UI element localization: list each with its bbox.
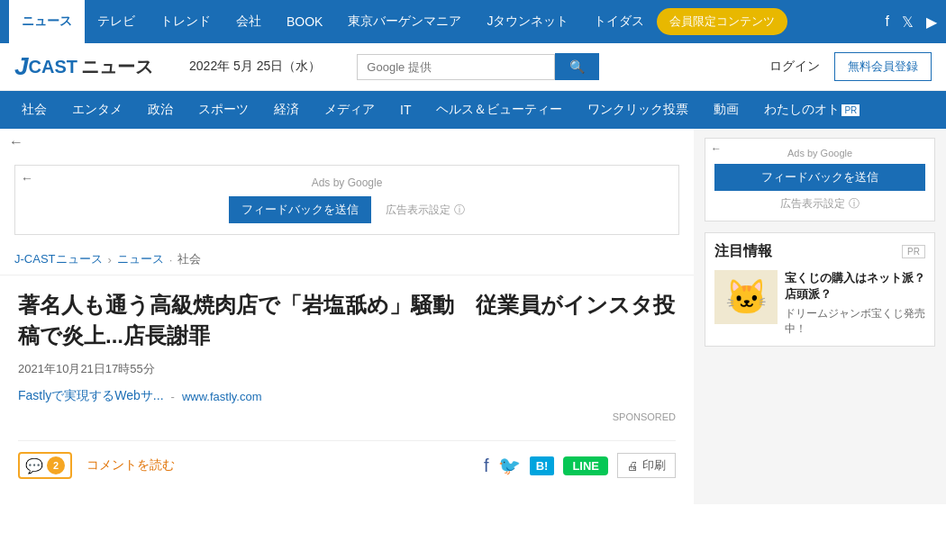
- sidebar: ← Ads by Google フィードバックを送信 広告表示設定 ⓘ 注目情報…: [694, 129, 946, 504]
- second-nav-media[interactable]: メディア: [312, 91, 387, 129]
- breadcrumb-sep-2: ·: [169, 253, 173, 266]
- breadcrumb-home[interactable]: J-CASTニュース: [14, 251, 103, 267]
- print-icon: 🖨: [627, 459, 639, 473]
- top-nav-bargain[interactable]: 東京バーゲンマニア: [335, 0, 474, 43]
- sponsored-link[interactable]: Fastlyで実現するWebサ...: [18, 388, 164, 404]
- sponsored-link-row: Fastlyで実現するWebサ... - www.fastly.com: [18, 388, 676, 404]
- chumoku-sub: ドリームジャンボ宝くじ発売中！: [785, 306, 925, 337]
- chumoku-item[interactable]: 🐱 宝くじの購入はネット派？店頭派？ ドリームジャンボ宝くじ発売中！: [714, 270, 925, 337]
- share-twitter[interactable]: 🐦: [498, 455, 521, 476]
- top-nav-book[interactable]: BOOK: [274, 0, 335, 43]
- share-line[interactable]: LINE: [563, 456, 608, 475]
- search-bar: 🔍: [357, 53, 645, 80]
- header-right: ログイン 無料会員登録: [769, 52, 932, 81]
- chumoku-thumbnail: 🐱: [714, 270, 778, 324]
- logo-cast: CAST: [29, 57, 77, 77]
- second-nav-sports[interactable]: スポーツ: [186, 91, 261, 129]
- search-button[interactable]: 🔍: [555, 53, 599, 80]
- article-date: 2021年10月21日17時55分: [18, 361, 676, 377]
- second-nav: 社会 エンタメ 政治 スポーツ 経済 メディア IT ヘルス＆ビューティー ワン…: [0, 91, 946, 129]
- print-button[interactable]: 🖨 印刷: [617, 453, 676, 478]
- ad-dash: -: [171, 390, 175, 403]
- content-area: ← ← Ads by Google フィードバックを送信 広告表示設定 ⓘ J-…: [0, 129, 694, 504]
- sidebar-ads: ← Ads by Google フィードバックを送信 広告表示設定 ⓘ: [705, 138, 935, 221]
- share-facebook[interactable]: f: [484, 456, 489, 476]
- main-container: ← ← Ads by Google フィードバックを送信 広告表示設定 ⓘ J-…: [0, 129, 946, 504]
- breadcrumb-current: 社会: [177, 251, 201, 267]
- youtube-icon[interactable]: ▶: [926, 14, 937, 31]
- second-nav-society[interactable]: 社会: [9, 91, 59, 129]
- member-btn[interactable]: 会員限定コンテンツ: [657, 8, 787, 35]
- logo[interactable]: J CAST ニュース: [14, 52, 153, 81]
- comment-icon: 💬: [25, 457, 43, 474]
- breadcrumb: J-CASTニュース › ニュース · 社会: [0, 244, 694, 275]
- ads-controls: フィードバックを送信 広告表示設定 ⓘ: [26, 196, 668, 223]
- login-button[interactable]: ログイン: [769, 59, 820, 75]
- ad-url: www.fastly.com: [182, 390, 262, 403]
- facebook-icon[interactable]: f: [886, 14, 889, 30]
- second-nav-health[interactable]: ヘルス＆ビューティー: [423, 91, 575, 129]
- second-nav-vote[interactable]: ワンクリック投票: [575, 91, 701, 129]
- top-nav-jtown[interactable]: Jタウンネット: [474, 0, 581, 43]
- second-nav-it[interactable]: IT: [387, 91, 423, 129]
- maneki-neko-icon: 🐱: [725, 277, 768, 317]
- top-nav-toidas[interactable]: トイダス: [581, 0, 657, 43]
- logo-j: J: [14, 52, 29, 81]
- social-icons: f 𝕏 ▶: [886, 14, 937, 31]
- top-nav-tv[interactable]: テレビ: [85, 0, 148, 43]
- sponsored-label: SPONSORED: [18, 411, 676, 422]
- sidebar-ads-feedback-button[interactable]: フィードバックを送信: [714, 164, 925, 191]
- breadcrumb-news[interactable]: ニュース: [117, 251, 164, 267]
- second-nav-politics[interactable]: 政治: [135, 91, 186, 129]
- header-date: 2022年 5月 25日（水）: [189, 59, 321, 75]
- logo-news-text: ニュース: [81, 55, 153, 79]
- article-title: 著名人も通う高級焼肉店で「岩塩舐め」騒動 従業員がインスタ投稿で炎上...店長謝…: [18, 290, 676, 350]
- ads-area: ← Ads by Google フィードバックを送信 広告表示設定 ⓘ: [14, 165, 679, 235]
- social-share: f 🐦 B! LINE 🖨 印刷: [484, 453, 676, 478]
- sidebar-ads-back[interactable]: ←: [711, 142, 722, 155]
- chumoku-headline: 宝くじの購入はネット派？店頭派？: [785, 270, 925, 303]
- ads-feedback-button[interactable]: フィードバックを送信: [229, 196, 371, 223]
- print-label: 印刷: [642, 457, 666, 474]
- share-hatena[interactable]: B!: [530, 456, 555, 475]
- ads-setting[interactable]: 広告表示設定 ⓘ: [386, 203, 464, 218]
- second-nav-entertainment[interactable]: エンタメ: [59, 91, 135, 129]
- chumoku-header: 注目情報 PR: [714, 242, 925, 261]
- chumoku-section: 注目情報 PR 🐱 宝くじの購入はネット派？店頭派？ ドリームジャンボ宝くじ発売…: [705, 232, 935, 347]
- second-nav-watashi[interactable]: わたしのオトPR: [751, 91, 872, 129]
- top-nav-trend[interactable]: トレンド: [148, 0, 223, 43]
- top-nav-news[interactable]: ニュース: [9, 0, 85, 43]
- comment-button[interactable]: 💬 2: [18, 452, 72, 479]
- second-nav-video[interactable]: 動画: [701, 91, 751, 129]
- top-nav: ニュース テレビ トレンド 会社 BOOK 東京バーゲンマニア Jタウンネット …: [0, 0, 946, 43]
- top-nav-company[interactable]: 会社: [223, 0, 274, 43]
- breadcrumb-sep-1: ›: [108, 253, 112, 266]
- twitter-icon[interactable]: 𝕏: [902, 14, 914, 31]
- comment-badge: 2: [47, 456, 65, 474]
- sidebar-ads-label: Ads by Google: [714, 148, 925, 158]
- top-nav-items: ニュース テレビ トレンド 会社 BOOK 東京バーゲンマニア Jタウンネット …: [9, 0, 873, 43]
- article-area: 著名人も通う高級焼肉店で「岩塩舐め」騒動 従業員がインスタ投稿で炎上...店長謝…: [0, 275, 694, 504]
- search-input[interactable]: [357, 54, 555, 80]
- chumoku-title: 注目情報: [714, 242, 772, 261]
- chumoku-pr-badge: PR: [902, 245, 925, 258]
- ads-back-arrow[interactable]: ←: [21, 171, 33, 185]
- action-row: 💬 2 コメントを読む f 🐦 B! LINE 🖨 印刷: [18, 440, 676, 490]
- content-back-arrow[interactable]: ←: [0, 129, 694, 156]
- second-nav-economy[interactable]: 経済: [261, 91, 312, 129]
- sidebar-ads-setting[interactable]: 広告表示設定 ⓘ: [714, 196, 925, 212]
- pr-badge: PR: [841, 104, 860, 116]
- comment-link[interactable]: コメントを読む: [86, 457, 175, 474]
- chumoku-text: 宝くじの購入はネット派？店頭派？ ドリームジャンボ宝くじ発売中！: [785, 270, 925, 337]
- header: J CAST ニュース 2022年 5月 25日（水） 🔍 ログイン 無料会員登…: [0, 43, 946, 91]
- ads-label: Ads by Google: [26, 176, 668, 189]
- register-button[interactable]: 無料会員登録: [834, 52, 932, 81]
